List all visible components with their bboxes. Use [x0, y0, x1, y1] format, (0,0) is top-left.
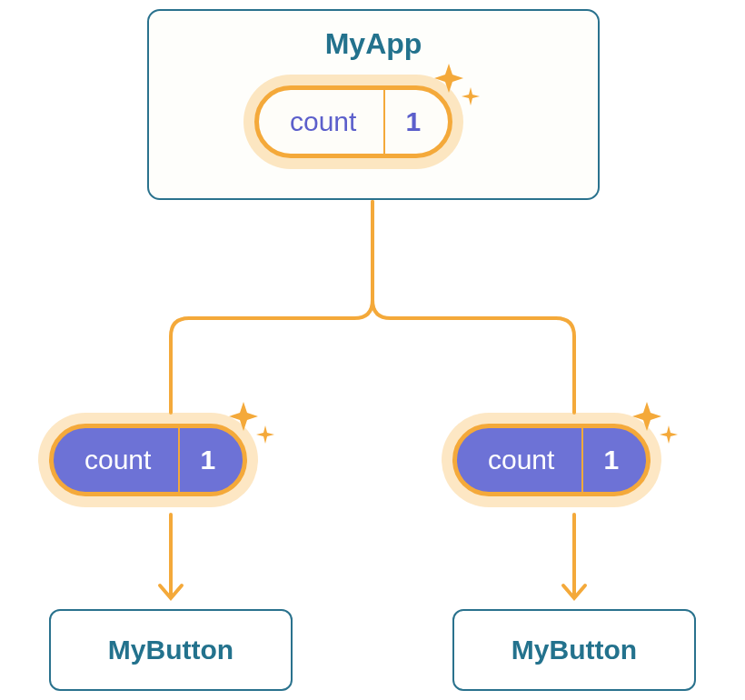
prop-label: count	[54, 428, 178, 492]
prop-label: count	[457, 428, 581, 492]
sparkle-icon	[225, 398, 280, 453]
right-child-component-box: MyButton	[452, 609, 696, 691]
child-component-title: MyButton	[512, 635, 637, 665]
sparkle-icon	[431, 60, 485, 115]
child-component-title: MyButton	[108, 635, 233, 665]
parent-state-pill: count 1	[254, 85, 452, 158]
sparkle-icon	[629, 398, 683, 453]
state-label: count	[259, 90, 383, 154]
left-child-component-box: MyButton	[49, 609, 293, 691]
right-prop-pill: count 1	[452, 424, 651, 496]
component-tree-diagram: MyApp count 1 count 1 count 1	[0, 0, 745, 700]
parent-component-title: MyApp	[325, 27, 422, 61]
left-prop-pill: count 1	[49, 424, 247, 496]
